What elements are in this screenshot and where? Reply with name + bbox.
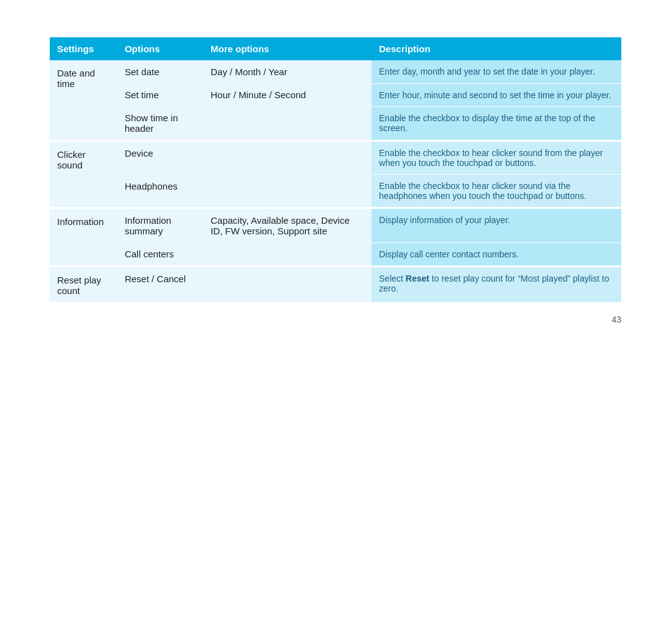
options-cell: Set time	[117, 83, 203, 106]
description-cell: Enable the checkbox to display the time …	[372, 106, 621, 141]
table-row: Date and timeSet dateDay / Month / YearE…	[50, 60, 621, 83]
table-row: InformationInformation summaryCapacity, …	[50, 208, 621, 243]
description-cell: Select Reset to reset play count for “Mo…	[372, 267, 621, 303]
description-cell: Display information of your player.	[372, 208, 621, 243]
more-options-cell	[203, 267, 372, 303]
header-settings: Settings	[50, 37, 117, 60]
options-cell: Device	[117, 141, 203, 175]
settings-cell: Clicker sound	[50, 141, 117, 208]
table-row: HeadphonesEnable the checkbox to hear cl…	[50, 175, 621, 208]
description-cell: Enter hour, minute and second to set the…	[372, 83, 621, 106]
description-cell: Enter day, month and year to set the dat…	[372, 60, 621, 83]
options-cell: Show time in header	[117, 106, 203, 141]
table-row: Clicker soundDeviceEnable the checkbox t…	[50, 141, 621, 175]
more-options-cell	[203, 242, 372, 267]
more-options-cell	[203, 175, 372, 208]
description-cell: Enable the checkbox to hear clicker soun…	[372, 141, 621, 175]
table-header-row: Settings Options More options Descriptio…	[50, 37, 621, 60]
table-row: Call centersDisplay call center contact …	[50, 242, 621, 267]
more-options-cell: Hour / Minute / Second	[203, 83, 372, 106]
more-options-cell	[203, 106, 372, 141]
table-row: Show time in headerEnable the checkbox t…	[50, 106, 621, 141]
settings-table: Settings Options More options Descriptio…	[50, 37, 621, 302]
header-description: Description	[372, 37, 621, 60]
options-cell: Information summary	[117, 208, 203, 243]
more-options-cell: Day / Month / Year	[203, 60, 372, 83]
page-number: 43	[50, 315, 621, 324]
settings-cell: Reset playcount	[50, 267, 117, 303]
options-cell: Set date	[117, 60, 203, 83]
more-options-cell	[203, 141, 372, 175]
settings-cell: Information	[50, 208, 117, 267]
table-row: Reset playcountReset / CancelSelect Rese…	[50, 267, 621, 303]
table-row: Set timeHour / Minute / SecondEnter hour…	[50, 83, 621, 106]
header-options: Options	[117, 37, 203, 60]
options-cell: Call centers	[117, 242, 203, 267]
options-cell: Reset / Cancel	[117, 267, 203, 303]
header-more-options: More options	[203, 37, 372, 60]
options-cell: Headphones	[117, 175, 203, 208]
description-cell: Display call center contact numbers.	[372, 242, 621, 267]
more-options-cell: Capacity, Available space, Device ID, FW…	[203, 208, 372, 243]
description-cell: Enable the checkbox to hear clicker soun…	[372, 175, 621, 208]
settings-cell: Date and time	[50, 60, 117, 141]
page-wrapper: Settings Options More options Descriptio…	[50, 37, 621, 324]
